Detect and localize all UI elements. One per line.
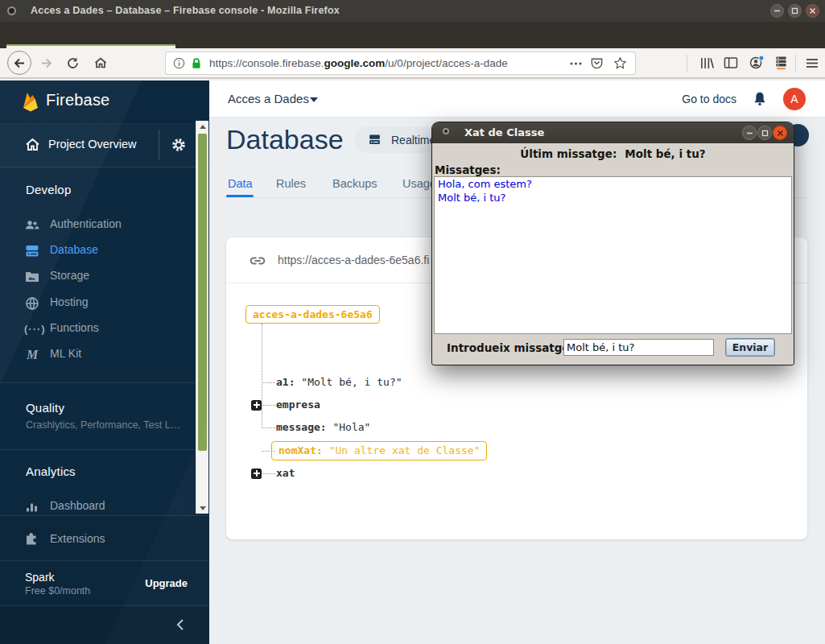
sidebar-toggle-button[interactable] [720, 48, 742, 77]
window-titlebar[interactable]: Acces a Dades – Database – Firebase cons… [0, 0, 825, 22]
dialog-titlebar[interactable]: Xat de Classe [432, 122, 794, 143]
url-bar[interactable]: https://console.firebase.google.com/u/0/… [165, 52, 636, 75]
bell-icon[interactable] [753, 91, 767, 107]
scrollbar-thumb[interactable] [198, 134, 207, 451]
breadcrumb[interactable]: Acces a Dades [228, 92, 309, 105]
plan-row: Spark Free $0/month Upgrade [0, 561, 209, 606]
scroll-up-arrow[interactable] [196, 121, 209, 132]
extension-rack-button[interactable] [769, 48, 792, 77]
menu-button[interactable] [802, 48, 823, 77]
functions-icon: (···) [24, 321, 40, 337]
authentication-icon [24, 217, 40, 233]
project-overview-label: Project Overview [48, 138, 137, 151]
forward-button[interactable] [35, 48, 56, 77]
https-lock-icon[interactable] [191, 57, 202, 70]
tree-connector [262, 405, 275, 406]
tab-rules[interactable]: Rules [276, 177, 306, 190]
account-button[interactable] [745, 48, 768, 77]
sidebar-item-database[interactable]: Database [0, 240, 196, 262]
project-settings-gear-icon[interactable] [171, 137, 187, 153]
window-title: Acces a Dades – Database – Firebase cons… [31, 0, 340, 22]
window-app-icon [7, 6, 16, 15]
expand-plus-icon[interactable] [251, 400, 262, 411]
firebase-logo-row[interactable]: Firebase [0, 80, 209, 122]
tree-node-xat[interactable]: xat [276, 467, 295, 479]
tree-root-node[interactable]: acces-a-dades-6e5a6 [245, 305, 380, 324]
ml-kit-icon: M [24, 347, 40, 363]
sidebar-item-storage[interactable]: Storage [0, 266, 196, 288]
sidebar-scrollbar[interactable] [196, 121, 208, 514]
tree-connector [262, 324, 262, 428]
dialog-close-button[interactable] [773, 126, 787, 140]
tree-connector [262, 473, 275, 474]
sidebar-item-functions[interactable]: (···) Functions [0, 318, 196, 341]
dialog-minimize-button[interactable] [742, 126, 757, 140]
sidebar-item-ml-kit[interactable]: M ML Kit [0, 344, 196, 366]
window-close-button[interactable] [806, 4, 819, 18]
sidebar-item-hosting[interactable]: Hosting [0, 292, 196, 315]
tree-node-nomxat-highlighted[interactable]: nomXat: "Un altre xat de Classe" [271, 441, 487, 460]
dialog-body: Últim missatge:Molt bé, i tu? Missatges:… [432, 143, 794, 365]
section-develop: Develop [26, 183, 71, 196]
page-actions-icon[interactable] [570, 62, 582, 65]
section-analytics[interactable]: Analytics [26, 464, 76, 478]
link-icon [248, 253, 267, 269]
section-quality[interactable]: Quality [26, 401, 64, 415]
expand-plus-icon[interactable] [251, 469, 262, 479]
home-icon [25, 137, 40, 151]
firebase-sidebar: Firebase Project Overview Develop Authen… [0, 80, 209, 644]
divider [0, 382, 196, 383]
bookmark-star-icon[interactable] [613, 56, 627, 70]
upgrade-button[interactable]: Upgrade [145, 577, 188, 589]
sidebar-item-project-overview[interactable]: Project Overview [0, 122, 209, 167]
tab-usage[interactable]: Usage [402, 177, 436, 190]
sidebar-item-authentication[interactable]: Authentication [0, 214, 196, 237]
hosting-globe-icon [24, 295, 40, 312]
browser-toolbar: https://console.firebase.google.com/u/0/… [0, 48, 825, 79]
chat-message: Molt bé, i tu? [438, 192, 788, 205]
reload-button[interactable] [61, 48, 84, 77]
message-input[interactable] [563, 339, 714, 356]
avatar[interactable]: A [783, 88, 806, 110]
library-button[interactable] [695, 48, 718, 77]
divider [0, 449, 196, 450]
dialog-title: Xat de Classe [464, 122, 544, 143]
dashboard-bars-icon [24, 499, 40, 515]
storage-icon [24, 269, 40, 285]
go-to-docs-link[interactable]: Go to docs [682, 93, 736, 105]
chevron-down-icon[interactable] [310, 97, 318, 102]
collapse-chevron-icon[interactable] [175, 618, 185, 631]
messages-textarea[interactable]: Hola, com estem? Molt bé, i tu? [434, 176, 792, 334]
dialog-app-icon [443, 128, 449, 134]
firebase-topbar: Acces a Dades Go to docs A [209, 80, 825, 118]
pocket-icon[interactable] [590, 56, 604, 70]
extensions-label: Extensions [50, 532, 105, 545]
last-message-line: Últim missatge:Molt bé, i tu? [432, 147, 794, 160]
tree-node-message[interactable]: message: "Hola" [276, 421, 370, 433]
plan-name: Spark [25, 571, 55, 584]
window-maximize-button[interactable] [788, 4, 802, 18]
tab-data[interactable]: Data [228, 177, 253, 190]
tree-connector [262, 427, 275, 428]
firebase-flame-icon [21, 91, 40, 112]
desktop: Acces a Dades – Database – Firebase cons… [0, 0, 825, 644]
realtime-db-icon [368, 133, 382, 147]
db-url-text: https://acces-a-dades-6e5a6.fi [278, 254, 429, 266]
extensions-puzzle-icon [24, 530, 40, 547]
back-button[interactable] [7, 51, 31, 75]
tree-connector [262, 382, 275, 383]
sidebar-item-extensions[interactable]: Extensions [0, 515, 209, 561]
home-button[interactable] [89, 48, 113, 77]
tree-node-a1[interactable]: a1: "Molt bé, i tu?" [276, 376, 402, 388]
chat-dialog-window: Xat de Classe Últim missatge:Molt bé, i … [432, 122, 794, 365]
send-button[interactable]: Enviar [725, 338, 775, 357]
dialog-maximize-button[interactable] [757, 126, 772, 140]
scroll-down-arrow[interactable] [196, 502, 209, 514]
tab-backups[interactable]: Backups [332, 177, 377, 190]
plan-detail: Free $0/month [25, 585, 90, 597]
message-input-label: Introdueix missatge: [447, 341, 574, 354]
divider [159, 130, 159, 160]
tree-node-empresa[interactable]: empresa [276, 398, 320, 411]
site-info-icon[interactable] [173, 57, 185, 69]
window-minimize-button[interactable] [770, 4, 784, 18]
